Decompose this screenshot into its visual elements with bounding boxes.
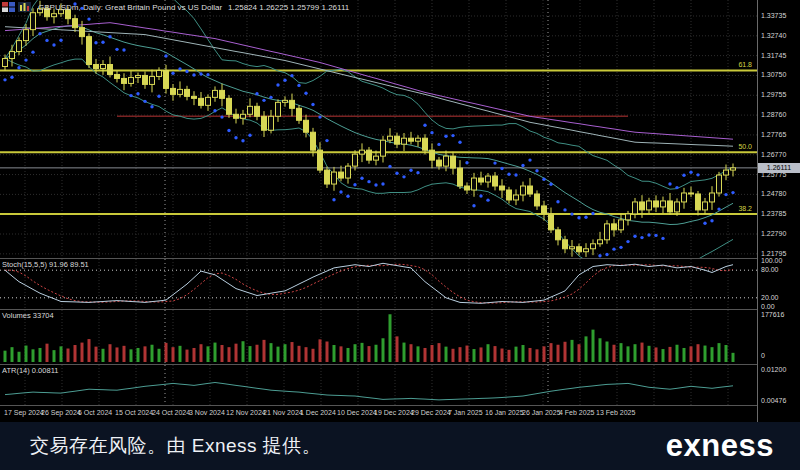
atr-label: ATR(14) 0.00811 — [2, 366, 58, 375]
axis-label: 1.32740 — [761, 32, 786, 39]
axis-label: 0 — [761, 352, 765, 359]
footer-bar: 交易存在风险。由 Exness 提供。 exness — [0, 422, 800, 470]
price-axis[interactable]: 1.337351.327401.317451.307501.297551.287… — [757, 0, 800, 422]
main-chart-canvas[interactable] — [0, 0, 757, 258]
date-label: 10 Dec 2024 — [337, 409, 377, 416]
date-label: 1 Dec 2024 — [300, 409, 336, 416]
axis-label: 0.00476 — [761, 397, 786, 404]
axis-label: 1.27765 — [761, 131, 786, 138]
ohlc-quote: 1.25824 1.26225 1.25799 1.26111 — [228, 3, 349, 12]
axis-label: 1.26770 — [761, 151, 786, 158]
axis-label: 100.00 — [761, 257, 782, 264]
date-label: 26 Sep 2024 — [41, 409, 81, 416]
risk-disclaimer-text: 交易存在风险。由 Exness 提供。 — [30, 433, 321, 459]
chart-window-icon[interactable] — [18, 2, 31, 12]
date-label: 24 Oct 2024 — [152, 409, 190, 416]
axis-label: 177616 — [761, 311, 784, 318]
axis-label: 0.01200 — [761, 366, 786, 373]
date-label: 12 Nov 2024 — [226, 409, 266, 416]
fibonacci-level-label: 50.0 — [702, 143, 752, 150]
axis-label: 1.30750 — [761, 71, 786, 78]
axis-label: 1.28760 — [761, 111, 786, 118]
market-watch-icon[interactable] — [2, 2, 15, 12]
date-label: 29 Dec 2024 — [411, 409, 451, 416]
exness-logo: exness — [666, 428, 774, 464]
volumes-panel-canvas[interactable] — [0, 310, 757, 364]
date-label: 19 Dec 2024 — [374, 409, 414, 416]
axis-label: 20.00 — [761, 294, 779, 301]
axis-label: 1.23785 — [761, 210, 786, 217]
axis-label: 1.22790 — [761, 230, 786, 237]
fibonacci-level-label: 38.2 — [702, 205, 752, 212]
axis-label: 80.00 — [761, 266, 779, 273]
stochastic-panel-canvas[interactable] — [0, 259, 757, 309]
date-axis[interactable]: 17 Sep 202426 Sep 20246 Oct 202415 Oct 2… — [0, 406, 757, 422]
trading-terminal-window: GBPUSDm, Daily: Great Britain Pound vs U… — [0, 0, 800, 470]
date-label: 6 Oct 2024 — [78, 409, 112, 416]
axis-label: 1.24780 — [761, 190, 786, 197]
axis-label: 1.31745 — [761, 52, 786, 59]
current-price-box: 1.26111 — [758, 163, 800, 173]
volumes-label: Volumes 33704 — [2, 311, 54, 320]
axis-label: 1.33735 — [761, 12, 786, 19]
axis-label: 1.21795 — [761, 250, 786, 257]
axis-label: 0.00 — [761, 303, 775, 310]
fibonacci-level-label: 61.8 — [702, 61, 752, 68]
date-label: 26 Jan 2025 — [522, 409, 561, 416]
axis-label: 1.29755 — [761, 91, 786, 98]
symbol-title: GBPUSDm, Daily: Great Britain Pound vs U… — [38, 3, 222, 12]
chart-header: GBPUSDm, Daily: Great Britain Pound vs U… — [2, 1, 349, 13]
date-label: 16 Jan 2025 — [485, 409, 524, 416]
date-label: 3 Nov 2024 — [189, 409, 225, 416]
stochastic-label: Stoch(15,5,5) 91.96 89.51 — [2, 260, 89, 269]
date-label: 15 Oct 2024 — [115, 409, 153, 416]
date-label: 13 Feb 2025 — [596, 409, 635, 416]
date-label: 17 Sep 2024 — [4, 409, 44, 416]
atr-panel-canvas[interactable] — [0, 365, 757, 405]
date-label: 4 Feb 2025 — [559, 409, 594, 416]
date-label: 21 Nov 2024 — [263, 409, 303, 416]
date-label: 7 Jan 2025 — [448, 409, 483, 416]
